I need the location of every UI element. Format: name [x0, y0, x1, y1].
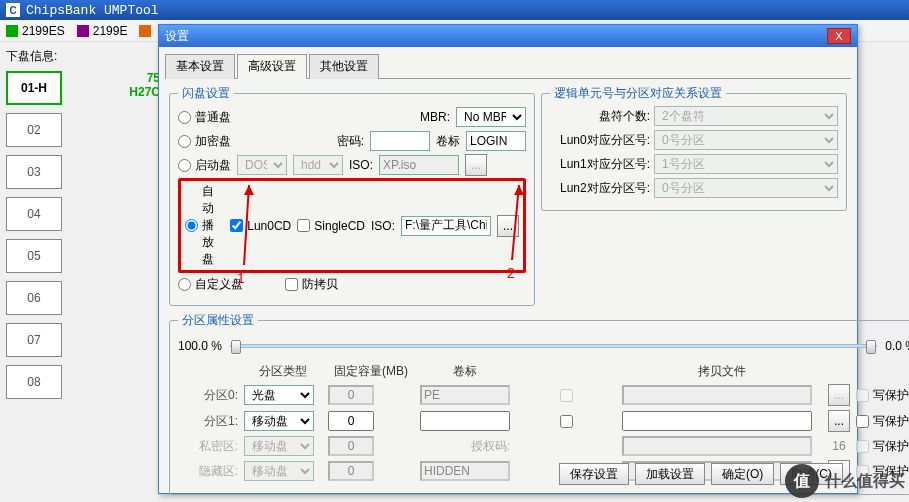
p0-browse-button[interactable]: ... — [828, 384, 850, 406]
p0-wp-check[interactable]: 写保护 — [856, 387, 909, 404]
p0-copy-path[interactable] — [622, 385, 812, 405]
slot-01-side: 75 H27C — [72, 71, 160, 99]
p1-cap-input[interactable] — [328, 411, 374, 431]
slot-02[interactable]: 02 — [6, 113, 62, 147]
pp-auth-input[interactable] — [622, 436, 812, 456]
slot-08[interactable]: 08 — [6, 365, 62, 399]
ph-type-select[interactable]: 移动盘 — [244, 461, 314, 481]
volume-label: 卷标 — [436, 133, 460, 150]
flash-settings-group: 闪盘设置 普通盘 MBR: No MBR 加密盘 密码: 卷标 — [169, 85, 535, 306]
watermark: 值 什么值得买 — [785, 464, 905, 498]
auth-label: 授权码: — [420, 438, 510, 455]
app-titlebar: C ChipsBank UMPTool — [0, 0, 909, 20]
watermark-text: 什么值得买 — [825, 471, 905, 492]
radio-normal[interactable]: 普通盘 — [178, 109, 231, 126]
save-button[interactable]: 保存设置 — [559, 463, 629, 485]
app-icon: C — [6, 3, 20, 17]
tab-advanced[interactable]: 高级设置 — [237, 54, 307, 79]
disk-info-label: 下盘信息: — [6, 48, 154, 65]
ok-button[interactable]: 确定(O) — [711, 463, 774, 485]
iso2-label: ISO: — [371, 219, 395, 233]
watermark-icon: 值 — [785, 464, 819, 498]
p0-type-select[interactable]: 光盘 — [244, 385, 314, 405]
drive-count-select[interactable]: 2个盘符 — [654, 106, 838, 126]
slot-07[interactable]: 07 — [6, 323, 62, 357]
tab-strip: 基本设置 高级设置 其他设置 — [165, 53, 851, 79]
check-singlecd[interactable]: SingleCD — [297, 219, 365, 233]
lun-settings-group: 逻辑单元号与分区对应关系设置 盘符个数:2个盘符 Lun0对应分区号:0号分区 … — [541, 85, 847, 211]
radio-custom[interactable]: 自定义盘 — [178, 276, 243, 293]
tab-basic[interactable]: 基本设置 — [165, 54, 235, 79]
flash-legend: 闪盘设置 — [178, 85, 234, 102]
partition-legend: 分区属性设置 — [178, 312, 258, 329]
dialog-title: 设置 — [165, 28, 189, 45]
pp-wp-check[interactable]: 写保护 — [856, 438, 909, 455]
lun1-select[interactable]: 1号分区 — [654, 154, 838, 174]
percent-left: 100.0 % — [178, 339, 222, 353]
mbr-label: MBR: — [420, 110, 450, 124]
slot-03[interactable]: 03 — [6, 155, 62, 189]
p1-copy-path[interactable] — [622, 411, 812, 431]
slot-01[interactable]: 01-H — [6, 71, 62, 105]
partition-row-0: 分区0: 光盘 ... 写保护 — [178, 384, 909, 406]
iso-label: ISO: — [349, 158, 373, 172]
pp-cap-input[interactable] — [328, 436, 374, 456]
app-title: ChipsBank UMPTool — [26, 3, 159, 18]
lun0-select[interactable]: 0号分区 — [654, 130, 838, 150]
boot-media-select[interactable]: hdd — [293, 155, 343, 175]
partition-header: 分区类型 固定容量(MB) 卷标 拷贝文件 — [178, 363, 909, 380]
lun-legend: 逻辑单元号与分区对应关系设置 — [550, 85, 726, 102]
legend-2199es: 2199ES — [6, 24, 65, 38]
slider-thumb-left[interactable] — [231, 340, 241, 354]
lun2-label: Lun2对应分区号: — [550, 180, 650, 197]
volume-input[interactable] — [466, 131, 526, 151]
p0-cap-input[interactable] — [328, 385, 374, 405]
p1-copy-check[interactable] — [520, 415, 613, 428]
load-button[interactable]: 加载设置 — [635, 463, 705, 485]
legend-extra — [139, 25, 151, 37]
left-panel: 下盘信息: 01-H 75 H27C 02 03 04 05 06 07 08 — [0, 42, 160, 413]
slot-04[interactable]: 04 — [6, 197, 62, 231]
iso2-input[interactable] — [401, 216, 491, 236]
radio-encrypt[interactable]: 加密盘 — [178, 133, 231, 150]
p1-browse-button[interactable]: ... — [828, 410, 850, 432]
lun1-label: Lun1对应分区号: — [550, 156, 650, 173]
pp-16: 16 — [828, 439, 850, 453]
ph-vol-input[interactable] — [420, 461, 510, 481]
partition-slider[interactable] — [230, 344, 877, 348]
iso2-browse-button[interactable]: ... — [497, 215, 519, 237]
ph-cap-input[interactable] — [328, 461, 374, 481]
slot-06[interactable]: 06 — [6, 281, 62, 315]
drive-count-label: 盘符个数: — [550, 108, 650, 125]
slider-thumb-right[interactable] — [866, 340, 876, 354]
p1-wp-check[interactable]: 写保护 — [856, 413, 909, 430]
radio-boot[interactable]: 启动盘 — [178, 157, 231, 174]
p1-type-select[interactable]: 移动盘 — [244, 411, 314, 431]
p1-vol-input[interactable] — [420, 411, 510, 431]
legend-2199e: 2199E — [77, 24, 128, 38]
tab-other[interactable]: 其他设置 — [309, 54, 379, 79]
settings-dialog: 设置 X 基本设置 高级设置 其他设置 闪盘设置 普通盘 MBR: No MBR… — [158, 24, 858, 494]
password-label: 密码: — [337, 133, 364, 150]
partition-row-1: 分区1: 移动盘 ... 写保护 — [178, 410, 909, 432]
p0-copy-check[interactable] — [520, 389, 613, 402]
check-anticopy[interactable]: 防拷贝 — [285, 276, 338, 293]
close-icon[interactable]: X — [827, 28, 851, 44]
dialog-titlebar: 设置 X — [159, 25, 857, 47]
percent-right: 0.0 % — [885, 339, 909, 353]
iso-input[interactable] — [379, 155, 459, 175]
partition-row-private: 私密区: 移动盘 授权码: 16 写保护 — [178, 436, 909, 456]
boot-os-select[interactable]: DOS — [237, 155, 287, 175]
pp-type-select[interactable]: 移动盘 — [244, 436, 314, 456]
lun0-label: Lun0对应分区号: — [550, 132, 650, 149]
p0-vol-input[interactable] — [420, 385, 510, 405]
autoplay-highlight: 自动播放盘 Lun0CD SingleCD ISO: ... — [178, 178, 526, 273]
password-input[interactable] — [370, 131, 430, 151]
radio-autoplay[interactable]: 自动播放盘 — [185, 183, 224, 268]
slot-05[interactable]: 05 — [6, 239, 62, 273]
check-lun0cd[interactable]: Lun0CD — [230, 219, 291, 233]
mbr-select[interactable]: No MBR — [456, 107, 526, 127]
iso-browse-button[interactable]: ... — [465, 154, 487, 176]
lun2-select[interactable]: 0号分区 — [654, 178, 838, 198]
